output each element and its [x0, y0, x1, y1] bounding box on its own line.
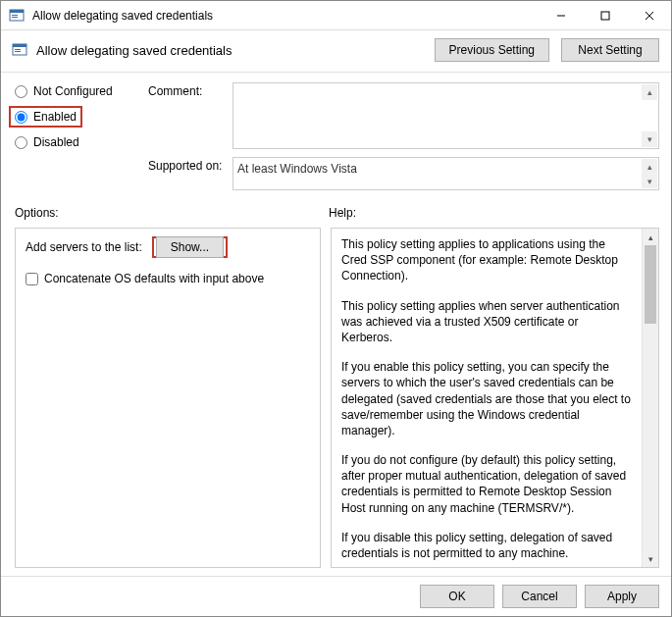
concat-checkbox[interactable]: [26, 273, 38, 285]
close-button[interactable]: [627, 1, 671, 29]
radio-not-configured-input[interactable]: [15, 85, 27, 98]
supported-scroll: ▴ ▾: [642, 159, 657, 188]
radio-disabled[interactable]: Disabled: [15, 135, 142, 149]
scroll-up-icon[interactable]: ▴: [643, 229, 658, 245]
svg-rect-10: [15, 49, 21, 50]
show-button-highlight: Show...: [152, 236, 228, 258]
concat-checkbox-label: Concatenate OS defaults with input above: [44, 272, 264, 285]
radio-enabled-label: Enabled: [33, 110, 77, 124]
svg-rect-1: [10, 10, 24, 13]
section-headers: Options: Help:: [1, 196, 671, 224]
add-servers-row: Add servers to the list: Show...: [26, 236, 310, 258]
supported-value: At least Windows Vista: [237, 162, 357, 176]
enabled-highlight: Enabled: [9, 106, 82, 128]
add-servers-label: Add servers to the list:: [26, 240, 142, 254]
svg-rect-11: [15, 51, 21, 52]
options-panel: Add servers to the list: Show... Concate…: [15, 228, 321, 568]
radio-enabled[interactable]: Enabled: [15, 110, 77, 124]
show-button[interactable]: Show...: [156, 236, 224, 258]
comment-textarea[interactable]: ▴ ▾: [233, 82, 659, 149]
scroll-thumb[interactable]: [645, 245, 656, 324]
comment-label: Comment:: [148, 82, 227, 98]
scroll-down-icon[interactable]: ▾: [642, 174, 657, 188]
scroll-up-icon[interactable]: ▴: [642, 159, 657, 174]
window-buttons: [539, 1, 671, 29]
header-row: Allow delegating saved credentials Previ…: [1, 30, 671, 73]
previous-setting-button[interactable]: Previous Setting: [435, 38, 549, 62]
cancel-button[interactable]: Cancel: [502, 585, 577, 608]
supported-label: Supported on:: [148, 157, 227, 173]
window-title: Allow delegating saved credentials: [32, 9, 539, 23]
policy-icon: [11, 41, 28, 59]
concat-checkbox-row[interactable]: Concatenate OS defaults with input above: [26, 272, 310, 285]
options-header: Options:: [15, 206, 329, 220]
supported-textarea: At least Windows Vista ▴ ▾: [233, 157, 659, 190]
next-setting-button[interactable]: Next Setting: [561, 38, 659, 62]
svg-rect-3: [12, 17, 18, 18]
radio-not-configured-label: Not Configured: [33, 84, 113, 98]
help-paragraph: If you enable this policy setting, you c…: [341, 359, 632, 438]
footer: OK Cancel Apply: [1, 576, 671, 616]
panels: Add servers to the list: Show... Concate…: [1, 224, 671, 576]
radio-disabled-input[interactable]: [15, 136, 27, 149]
app-icon: [7, 6, 26, 26]
scroll-down-icon[interactable]: ▾: [643, 550, 658, 567]
scroll-up-icon[interactable]: ▴: [642, 84, 657, 100]
radio-enabled-input[interactable]: [15, 111, 27, 124]
help-paragraph: If you do not configure (by default) thi…: [341, 452, 632, 516]
comment-field-wrap: ▴ ▾: [233, 82, 659, 149]
policy-title: Allow delegating saved credentials: [36, 43, 435, 58]
svg-rect-5: [601, 12, 609, 20]
nav-buttons: Previous Setting Next Setting: [435, 38, 659, 62]
titlebar: Allow delegating saved credentials: [1, 1, 671, 30]
radio-not-configured[interactable]: Not Configured: [15, 84, 142, 98]
minimize-button[interactable]: [539, 1, 583, 29]
supported-field-wrap: At least Windows Vista ▴ ▾: [233, 157, 659, 190]
help-paragraph: This policy setting applies when server …: [341, 298, 632, 346]
dialog-window: Allow delegating saved credentials Allow…: [0, 0, 672, 617]
maximize-button[interactable]: [583, 1, 627, 29]
svg-rect-2: [12, 15, 18, 16]
help-paragraph: If you disable this policy setting, dele…: [341, 530, 632, 561]
state-radio-group: Not Configured Enabled Disabled: [15, 82, 142, 149]
svg-rect-9: [13, 44, 26, 47]
scroll-track[interactable]: [643, 245, 658, 550]
help-scrollbar[interactable]: ▴ ▾: [642, 229, 658, 567]
apply-button[interactable]: Apply: [585, 585, 659, 608]
help-header: Help:: [329, 206, 659, 220]
help-paragraph: This policy setting applies to applicati…: [341, 236, 632, 284]
ok-button[interactable]: OK: [420, 585, 494, 608]
help-panel: This policy setting applies to applicati…: [331, 228, 659, 568]
radio-disabled-label: Disabled: [33, 135, 79, 149]
config-area: Not Configured Enabled Disabled Comment:…: [1, 73, 671, 196]
help-text: This policy setting applies to applicati…: [332, 229, 642, 567]
comment-scroll: ▴ ▾: [642, 84, 657, 147]
scroll-down-icon[interactable]: ▾: [642, 131, 657, 147]
